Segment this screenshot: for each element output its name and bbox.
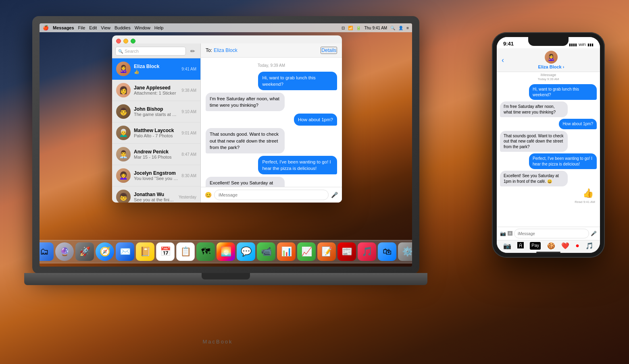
iphone-bubble-2: I'm free Saturday after noon, what time … (500, 101, 568, 117)
iphone-bubble-4: That sounds good. Want to check out that… (500, 131, 568, 152)
message-row-6: Excellent! See you Saturday at 1pm in fr… (206, 177, 337, 187)
iphone-appstore-icon[interactable]: 🅰 (508, 231, 512, 236)
conv-time-eliza: 9:41 AM (181, 67, 196, 71)
dock-icon-safari[interactable]: 🧭 (96, 242, 114, 261)
chat-header: To: Eliza Block Details (201, 43, 342, 58)
search-box[interactable]: 🔍 Search (115, 47, 186, 56)
iphone-read-status: Read 9:41 AM (500, 200, 597, 204)
dock-icon-finder[interactable]: 🗂 (40, 242, 54, 261)
bubble-1: Hi, want to grab lunch this weekend? (258, 72, 337, 90)
conv-time-matthew: 9:01 AM (181, 131, 196, 135)
compose-button[interactable]: ✏ (188, 47, 197, 56)
conv-info-jocelyn: Jocelyn Engstrom You loved "See you then… (134, 170, 178, 181)
iphone-music-emoji[interactable]: 🎵 (585, 242, 594, 250)
emoji-button[interactable]: 😊 (205, 192, 212, 198)
iphone-bottom-bar (497, 251, 600, 253)
dock-icon-launchpad[interactable]: 🚀 (75, 242, 94, 261)
dock-icon-photos[interactable]: 🌅 (217, 242, 235, 261)
conversation-item-matthew[interactable]: 👨‍🦳 Matthew Laycock Palo Alto - 7 Photos… (112, 122, 200, 144)
conv-name-john: John Bishop (134, 106, 178, 112)
avatar-john: 👨 (116, 104, 131, 119)
mic-button[interactable]: 🎤 (331, 192, 338, 198)
dock-icon-music[interactable]: 🎵 (358, 242, 376, 261)
avatar-andrew: 👨‍💼 (116, 147, 131, 161)
dock-icon-notes[interactable]: 📔 (136, 242, 154, 261)
message-row-5: Perfect, I've been wanting to go! I hear… (206, 156, 337, 174)
dock-icon-maps[interactable]: 🗺 (196, 242, 215, 261)
edit-menu[interactable]: Edit (89, 25, 97, 30)
search-icon[interactable]: 🔍 (390, 26, 395, 30)
macbook-brand-label: MacBook (202, 339, 233, 345)
iphone-red-dot-emoji[interactable]: ● (575, 242, 579, 250)
close-button[interactable] (116, 39, 121, 43)
iphone-contact-name[interactable]: Eliza Block › (507, 64, 595, 69)
dock-icon-news[interactable]: 📰 (337, 242, 356, 261)
iphone-memoji-emoji[interactable]: 🍪 (547, 242, 555, 250)
iphone-camera-icon[interactable]: 📷 (500, 231, 506, 236)
iphone-mic-icon[interactable]: 🎤 (591, 231, 597, 236)
iphone-notch (528, 37, 569, 46)
dock-icon-settings[interactable]: ⚙️ (398, 242, 412, 261)
screen-menubar: 🍎 Search Messages File Edit View Buddies… (40, 23, 412, 32)
dock-icon-keynote[interactable]: 📊 (277, 242, 296, 261)
list-icon[interactable]: ≡ (406, 26, 409, 30)
iphone-time: 9:41 (503, 41, 514, 47)
avatar-eliza: 🙎‍♀️ (116, 62, 131, 76)
clock: Thu 9:41 AM (364, 26, 387, 30)
dock-icon-messages[interactable]: 💬 (237, 242, 255, 261)
search-icon: 🔍 (118, 49, 123, 54)
conversation-item-jocelyn[interactable]: 👩‍🦱 Jocelyn Engstrom You loved "See you … (112, 165, 200, 186)
conv-preview-andrew: Mar 15 - 16 Photos (134, 155, 178, 159)
view-menu[interactable]: View (101, 25, 110, 30)
conv-info-john: John Bishop The game starts at 6pm. See … (134, 106, 178, 117)
wifi-icon: 📶 (348, 26, 353, 30)
sidebar-toolbar: 🔍 Search ✏ (112, 43, 200, 58)
file-menu[interactable]: File (78, 25, 85, 30)
conv-time-john: 9:10 AM (181, 110, 196, 114)
message-input[interactable] (214, 190, 329, 200)
iphone-message-input[interactable] (514, 229, 589, 238)
window-menu[interactable]: Window (135, 25, 150, 30)
search-placeholder: Search (125, 49, 139, 54)
conv-time-jonathan: Yesterday (179, 195, 196, 199)
help-menu[interactable]: Help (154, 25, 164, 30)
laptop-notch (202, 273, 250, 279)
conversation-item-andrew[interactable]: 👨‍💼 Andrew Penick Mar 15 - 16 Photos 8:4… (112, 144, 200, 165)
conv-name-eliza: Eliza Block (134, 64, 178, 69)
dock-icon-appstore[interactable]: 🛍 (378, 242, 396, 261)
message-row-2: I'm free Saturday after noon, what time … (206, 93, 337, 111)
messages-window: 🔍 Search ✏ 🙎‍♀️ Eliza Block (112, 35, 342, 203)
dock-icon-reminders[interactable]: 📋 (176, 242, 195, 261)
iphone-status-icons: ▮▮▮▮ WiFi ▮▮▮ (569, 43, 594, 47)
iphone-photos-emoji[interactable]: 📷 (503, 242, 511, 250)
iphone-wifi-icon: WiFi (579, 43, 586, 47)
iphone-chat-messages: Hi, want to grab lunch this weekend? I'm… (497, 82, 600, 227)
conversation-item-john[interactable]: 👨 John Bishop The game starts at 6pm. Se… (112, 101, 200, 122)
chat-messages: Today, 9:39 AM Hi, want to grab lunch th… (201, 58, 342, 187)
dock-icon-mail[interactable]: ✉️ (116, 242, 134, 261)
screen-menubar-left: 🍎 Search Messages File Edit View Buddies… (43, 25, 163, 31)
iphone-bubble-6: Excellent! See you Saturday at 1pm in fr… (500, 171, 568, 186)
details-button[interactable]: Details (321, 47, 337, 54)
avatar-jonathan: 👦 (116, 190, 131, 203)
iphone-heart-emoji[interactable]: ❤️ (561, 242, 569, 250)
conv-time-jane: 9:38 AM (181, 88, 196, 93)
iphone-applepay-emoji[interactable]: Pay (530, 242, 541, 250)
conversation-item-eliza[interactable]: 🙎‍♀️ Eliza Block 👍 9:41 AM (112, 58, 200, 80)
iphone-appclips-emoji[interactable]: 🅰 (517, 242, 524, 250)
messages-menu-item[interactable]: Messages (53, 25, 74, 30)
dock-icon-numbers[interactable]: 📈 (297, 242, 316, 261)
iphone-back-button[interactable]: ‹ (502, 56, 504, 64)
dock-icon-facetime[interactable]: 📹 (257, 242, 275, 261)
buddies-menu[interactable]: Buddies (115, 25, 131, 30)
bubble-4: That sounds good. Want to check out that… (206, 128, 285, 153)
dock-icon-pages[interactable]: 📝 (317, 242, 336, 261)
conversation-item-jonathan[interactable]: 👦 Jonathan Wu See you at the finish line… (112, 186, 200, 203)
dock-icon-calendar[interactable]: 📅 (156, 242, 175, 261)
user-icon[interactable]: 👤 (398, 26, 403, 30)
conv-preview-jocelyn: You loved "See you then!" (134, 176, 178, 181)
maximize-button[interactable] (131, 39, 135, 43)
conversation-item-jane[interactable]: 👩 Jane Appleseed Attachment: 1 Sticker 9… (112, 80, 200, 101)
minimize-button[interactable] (123, 39, 128, 43)
dock-icon-siri[interactable]: 🔮 (55, 242, 74, 261)
